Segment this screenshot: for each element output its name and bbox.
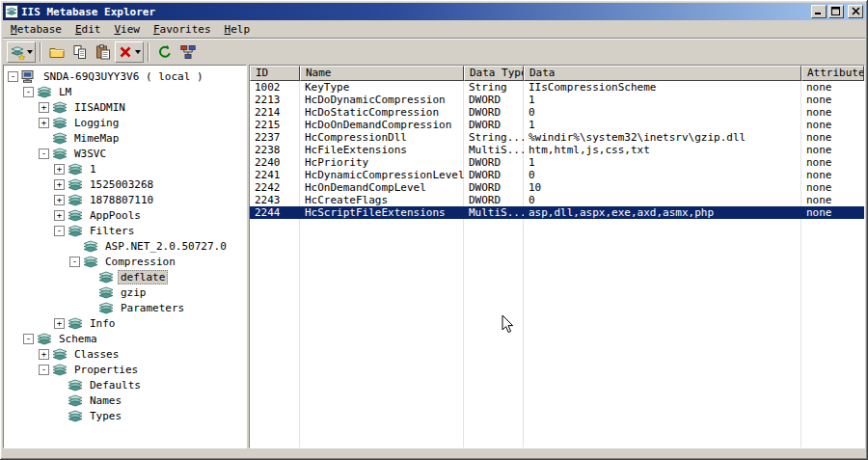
cell-data: 10 bbox=[524, 181, 801, 194]
column-header-name[interactable]: Name bbox=[300, 66, 464, 81]
tree-item-defaults[interactable]: Defaults bbox=[4, 377, 246, 392]
collapse-icon[interactable]: - bbox=[39, 149, 49, 159]
menu-item-edit[interactable]: Edit bbox=[68, 21, 108, 38]
refresh-button[interactable] bbox=[153, 41, 176, 63]
new-key-button[interactable] bbox=[7, 41, 36, 63]
titlebar[interactable]: IIS Metabase Explorer bbox=[3, 3, 865, 20]
expand-icon[interactable]: + bbox=[54, 318, 65, 329]
menu-item-help[interactable]: Help bbox=[218, 21, 258, 38]
cell-id: 2213 bbox=[250, 94, 300, 106]
cell-data-type: DWORD bbox=[464, 106, 524, 119]
minimize-button[interactable] bbox=[811, 5, 827, 18]
tree-item-schema[interactable]: -Schema bbox=[4, 331, 246, 346]
collapse-icon[interactable]: - bbox=[69, 257, 80, 267]
menu-item-favorites[interactable]: Favorites bbox=[147, 21, 218, 38]
expand-icon[interactable]: + bbox=[54, 179, 65, 190]
menu-item-metabase[interactable]: Metabase bbox=[4, 21, 68, 38]
tree-item-label: Classes bbox=[71, 347, 122, 362]
tree-item-names[interactable]: Names bbox=[4, 392, 246, 408]
delete-button[interactable] bbox=[115, 41, 144, 63]
tree-item-label: 1 bbox=[87, 162, 99, 176]
column-header-data-type[interactable]: Data Type bbox=[464, 66, 524, 81]
table-row[interactable]: 2241HcDynamicCompressionLevelDWORD0none bbox=[250, 169, 864, 181]
tree-item-asp-net-2-0-50727-0[interactable]: ASP.NET_2.0.50727.0 bbox=[4, 238, 246, 254]
tree-item-logging[interactable]: +Logging bbox=[4, 115, 246, 130]
tree-item-apppools[interactable]: +AppPools bbox=[4, 207, 246, 223]
table-row[interactable]: 1002KeyTypeStringIIsCompressionSchemenon… bbox=[250, 81, 864, 94]
maximize-button[interactable] bbox=[828, 5, 844, 18]
tree-item-label: gzip bbox=[118, 285, 149, 300]
table-row[interactable]: 2213HcDoDynamicCompressionDWORD1none bbox=[250, 94, 864, 106]
connect-button[interactable] bbox=[176, 41, 200, 63]
tree-item-iisadmin[interactable]: +IISADMIN bbox=[4, 99, 246, 115]
tree-item-w3svc[interactable]: -W3SVC bbox=[4, 146, 246, 161]
cell-attributes: none bbox=[801, 94, 864, 106]
cell-id: 2242 bbox=[250, 181, 300, 194]
table-row[interactable]: 2215HcDoOnDemandCompressionDWORD1none bbox=[250, 119, 864, 131]
table-row[interactable]: 2214HcDoStaticCompressionDWORD0none bbox=[250, 106, 864, 119]
expand-icon[interactable]: + bbox=[39, 349, 49, 360]
dropdown-arrow-icon bbox=[27, 50, 33, 54]
expand-icon[interactable]: + bbox=[54, 195, 65, 205]
tree-item-label: AppPools bbox=[87, 208, 144, 223]
collapse-icon[interactable]: - bbox=[54, 226, 65, 236]
tree-item-1[interactable]: +1 bbox=[4, 161, 246, 176]
cell-id: 2214 bbox=[250, 106, 300, 119]
copy-icon bbox=[72, 44, 88, 60]
refresh-icon bbox=[157, 44, 173, 60]
collapse-icon[interactable]: - bbox=[8, 71, 18, 82]
menu-item-view[interactable]: View bbox=[107, 21, 147, 38]
tree-indent bbox=[4, 92, 23, 93]
tree-item-compression[interactable]: -Compression bbox=[4, 254, 246, 269]
copy-button[interactable] bbox=[68, 41, 92, 63]
cell-data-type: String... bbox=[464, 131, 524, 144]
tree-item-1525003268[interactable]: +1525003268 bbox=[4, 176, 246, 192]
toolbar-separator bbox=[40, 42, 41, 62]
table-row[interactable]: 2238HcFileExtensionsMultiS...htm,html,js… bbox=[250, 144, 864, 156]
key-icon bbox=[83, 240, 98, 253]
collapse-icon[interactable]: - bbox=[23, 87, 34, 97]
cell-name: HcDoOnDemandCompression bbox=[300, 119, 464, 131]
collapse-icon[interactable]: - bbox=[23, 334, 34, 344]
table-row[interactable]: 2244HcScriptFileExtensionsMultiS...asp,d… bbox=[250, 206, 864, 219]
collapse-icon[interactable]: - bbox=[39, 365, 49, 375]
paste-button[interactable] bbox=[92, 41, 115, 63]
cell-attributes: none bbox=[801, 156, 864, 169]
expand-icon[interactable]: + bbox=[54, 164, 65, 175]
cell-data-type: MultiS... bbox=[464, 144, 524, 156]
tree-item-label: Properties bbox=[71, 363, 141, 377]
column-header-attributes[interactable]: Attributes bbox=[801, 66, 864, 81]
tree-item-info[interactable]: +Info bbox=[4, 315, 246, 331]
tree-item-snda-69q3uyy3v6-local[interactable]: -SNDA-69Q3UYY3V6 ( local ) bbox=[4, 68, 246, 84]
key-icon bbox=[52, 117, 68, 129]
cell-data: asp,dll,aspx,exe,axd,asmx,php bbox=[524, 206, 801, 219]
table-row[interactable]: 2240HcPriorityDWORD1none bbox=[250, 156, 864, 169]
column-header-data[interactable]: Data bbox=[524, 66, 801, 81]
tree-item-filters[interactable]: -Filters bbox=[4, 223, 246, 238]
tree-item-mimemap[interactable]: MimeMap bbox=[4, 130, 246, 146]
open-folder-button[interactable] bbox=[45, 41, 68, 63]
tree-item-types[interactable]: Types bbox=[4, 408, 246, 423]
tree-item-lm[interactable]: -LM bbox=[4, 84, 246, 99]
expand-icon[interactable]: + bbox=[39, 102, 49, 113]
tree-item-label: Info bbox=[87, 316, 119, 331]
tree-item-classes[interactable]: +Classes bbox=[4, 346, 246, 362]
table-row[interactable]: 2237HcCompressionDllString...%windir%\sy… bbox=[250, 131, 864, 144]
tree-item-1878807110[interactable]: +1878807110 bbox=[4, 192, 246, 207]
maximize-icon bbox=[831, 6, 841, 18]
tree-indent bbox=[4, 416, 54, 417]
key-icon bbox=[98, 302, 114, 314]
key-icon bbox=[68, 194, 83, 206]
close-button[interactable] bbox=[848, 5, 863, 18]
expand-icon[interactable]: + bbox=[54, 210, 65, 221]
column-header-id[interactable]: ID bbox=[250, 66, 300, 81]
tree-item-parameters[interactable]: Parameters bbox=[4, 300, 246, 315]
key-icon bbox=[68, 379, 83, 392]
table-row[interactable]: 2242HcOnDemandCompLevelDWORD10none bbox=[250, 181, 864, 194]
tree-item-deflate[interactable]: deflate bbox=[4, 269, 246, 284]
expand-icon[interactable]: + bbox=[39, 118, 49, 128]
tree-item-gzip[interactable]: gzip bbox=[4, 284, 246, 300]
table-row[interactable]: 2243HcCreateFlagsDWORD0none bbox=[250, 194, 864, 206]
tree-indent bbox=[4, 323, 54, 324]
tree-item-properties[interactable]: -Properties bbox=[4, 362, 246, 377]
